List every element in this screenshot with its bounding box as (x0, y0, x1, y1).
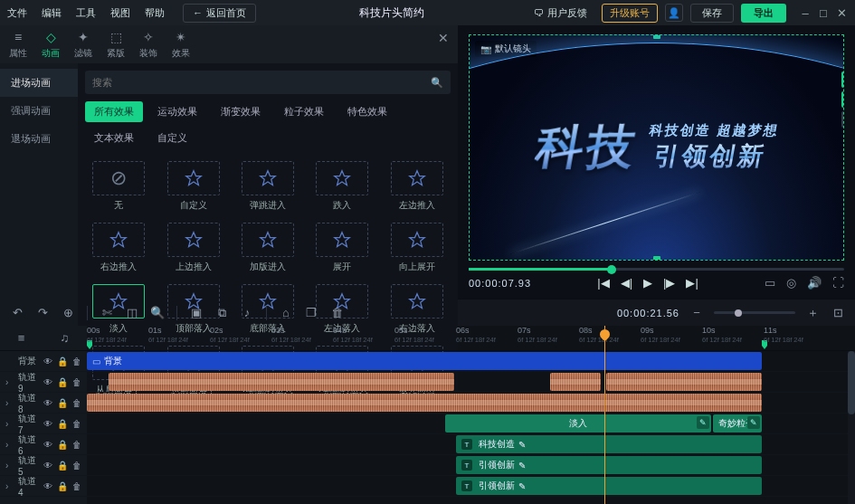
lock-tool-icon[interactable]: ⌂ (278, 305, 294, 321)
effect-弹跳进入[interactable]: 弹跳进入 (234, 159, 301, 214)
clip[interactable]: 科技创造✎ (456, 435, 762, 453)
menu-帮助[interactable]: 帮助 (145, 6, 165, 20)
filter-粒子效果[interactable]: 粒子效果 (275, 101, 333, 122)
clip[interactable] (109, 373, 454, 391)
panel-close-icon[interactable]: ✕ (438, 31, 449, 45)
save-button[interactable]: 保存 (690, 4, 734, 23)
aspect-icon[interactable]: ▭ (765, 276, 775, 290)
copy-icon[interactable]: ❐ (303, 305, 319, 321)
clip-edit-icon[interactable]: ✎ (747, 416, 760, 429)
volume-icon[interactable]: 🔊 (807, 276, 822, 290)
timeline-scrollbar[interactable] (848, 351, 855, 504)
track-背景[interactable]: 背景 (87, 351, 855, 372)
search-icon[interactable]: 🔍 (431, 77, 443, 89)
timeline-body[interactable]: 00s6f 12f 18f 24f01s6f 12f 18f 24f02s6f … (87, 326, 855, 504)
fullscreen-icon[interactable]: ⛶ (832, 276, 844, 290)
audio-tool-icon[interactable]: ♪ (239, 305, 255, 321)
filter-渐变效果[interactable]: 渐变效果 (212, 101, 270, 122)
track-settings-icon[interactable]: ≡ (18, 331, 25, 345)
visibility-icon[interactable]: 👁 (43, 461, 52, 471)
visibility-icon[interactable]: 👁 (43, 440, 52, 450)
lock-icon[interactable]: 🔒 (57, 357, 68, 366)
clip-edit-icon[interactable]: ✎ (518, 440, 526, 450)
visibility-icon[interactable]: 👁 (43, 398, 52, 408)
track-轨道8[interactable] (87, 393, 855, 414)
next-keyframe-icon[interactable]: ▶| (686, 276, 698, 290)
tab-效果[interactable]: ✴效果 (168, 25, 194, 63)
sidenav-强调动画[interactable]: 强调动画 (0, 97, 78, 125)
lock-icon[interactable]: 🔒 (57, 419, 68, 429)
lock-icon[interactable]: 🔒 (57, 398, 68, 408)
step-forward-icon[interactable]: |▶ (663, 276, 675, 290)
group-icon[interactable]: ▣ (188, 305, 204, 321)
delete-track-icon[interactable]: 🗑 (72, 419, 81, 429)
zoom-in-icon[interactable]: ＋ (804, 305, 821, 321)
filter-运动效果[interactable]: 运动效果 (148, 101, 206, 122)
scrubber[interactable] (469, 268, 844, 271)
delete-track-icon[interactable]: 🗑 (72, 398, 81, 408)
track-轨道5[interactable]: 引领创新✎ (87, 455, 855, 476)
crop-icon[interactable]: ◫ (124, 305, 140, 321)
clip-edit-icon[interactable]: ✎ (518, 461, 526, 471)
clip-edit-icon[interactable]: ✎ (518, 481, 526, 491)
delete-track-icon[interactable]: 🗑 (72, 481, 81, 491)
home-button[interactable]: ←返回首页 (183, 4, 256, 23)
visibility-icon[interactable]: 👁 (43, 419, 52, 429)
step-back-icon[interactable]: ◀| (621, 276, 632, 290)
resize-handle-top[interactable] (653, 34, 660, 39)
effect-加版进入[interactable]: 加版进入 (234, 221, 301, 275)
zoom-out-icon[interactable]: − (689, 305, 705, 321)
visibility-icon[interactable]: 👁 (43, 481, 52, 491)
play-icon[interactable]: ▶ (643, 276, 652, 290)
delete-track-icon[interactable]: 🗑 (72, 440, 81, 450)
effect-向上展开[interactable]: 向上展开 (384, 221, 451, 275)
tab-装饰[interactable]: ✧装饰 (136, 25, 161, 63)
tab-属性[interactable]: ≡属性 (5, 25, 31, 63)
zoom-slider[interactable] (714, 311, 795, 314)
effect-上边推入[interactable]: 上边推入 (159, 221, 226, 275)
tab-动画[interactable]: ◇动画 (38, 25, 63, 63)
sidenav-进场动画[interactable]: 进场动画 (0, 69, 78, 97)
maximize-icon[interactable]: □ (817, 6, 830, 20)
lock-icon[interactable]: 🔒 (57, 461, 68, 471)
track-轨道9[interactable] (87, 372, 855, 393)
tab-滤镜[interactable]: ✦滤镜 (71, 25, 96, 63)
lock-icon[interactable]: 🔒 (57, 377, 68, 387)
cut-icon[interactable]: ✄ (99, 305, 115, 321)
effect-右边推入[interactable]: 右边推入 (85, 221, 152, 275)
undo-icon[interactable]: ↶ (9, 305, 25, 321)
close-icon[interactable]: ✕ (835, 6, 848, 20)
delete-track-icon[interactable]: 🗑 (72, 377, 81, 387)
menu-工具[interactable]: 工具 (76, 6, 96, 20)
effect-左边推入[interactable]: 左边推入 (384, 159, 451, 214)
clip[interactable] (550, 373, 601, 391)
clip-edit-icon[interactable]: ✎ (697, 416, 709, 429)
filter-文本效果[interactable]: 文本效果 (85, 128, 143, 148)
lock-icon[interactable]: 🔒 (57, 481, 68, 491)
zoom-icon[interactable]: 🔍 (149, 305, 166, 321)
track-轨道4[interactable]: 引领创新✎ (87, 476, 855, 497)
feedback-button[interactable]: 🗨用户反馈 (527, 5, 594, 22)
clip[interactable] (87, 394, 762, 412)
export-button[interactable]: 导出 (741, 4, 786, 23)
prev-keyframe-icon[interactable]: |◀ (597, 276, 609, 290)
expand-icon[interactable]: › (5, 461, 13, 471)
ruler[interactable]: 00s6f 12f 18f 24f01s6f 12f 18f 24f02s6f … (87, 326, 855, 351)
delete-icon[interactable]: 🗑 (328, 305, 345, 321)
visibility-icon[interactable]: 👁 (43, 377, 52, 387)
effect-跌入[interactable]: 跌入 (309, 159, 375, 214)
menu-视图[interactable]: 视图 (110, 6, 130, 20)
preview-viewport[interactable]: 📷默认镜头 ◧ ✎ 🔒 科技 科技创造 超越梦想 引领创新 (469, 34, 844, 261)
user-icon[interactable]: 👤 (665, 4, 683, 22)
clip[interactable]: 背景 (87, 352, 762, 370)
filter-特色效果[interactable]: 特色效果 (338, 101, 396, 122)
minimize-icon[interactable]: – (799, 6, 812, 20)
delete-track-icon[interactable]: 🗑 (72, 357, 81, 366)
upgrade-button[interactable]: 升级账号 (602, 4, 658, 23)
target-icon[interactable]: ⊕ (60, 305, 76, 321)
lock-icon[interactable]: 🔒 (57, 440, 68, 450)
effect-展开[interactable]: 展开 (309, 221, 375, 275)
track-add-icon[interactable]: ♫ (61, 331, 70, 345)
expand-icon[interactable]: › (5, 419, 13, 429)
track-轨道6[interactable]: 科技创造✎ (87, 434, 855, 455)
